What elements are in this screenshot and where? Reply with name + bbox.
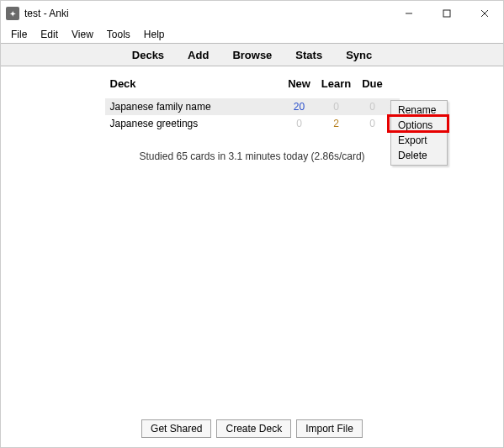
deck-learn-count: 2 [333,118,339,129]
tab-add[interactable]: Add [176,49,220,61]
ctx-options[interactable]: Options [393,118,445,133]
menu-help[interactable]: Help [137,28,172,41]
deck-table-header: Deck New Learn Due [105,76,400,98]
col-header-deck: Deck [105,77,282,90]
svg-rect-1 [443,10,450,17]
tab-sync[interactable]: Sync [334,49,384,61]
deck-new-count: 20 [294,101,305,113]
menu-file[interactable]: File [4,28,34,41]
deck-learn-count: 0 [333,101,339,113]
deck-context-menu: Rename Options Export Delete [390,100,448,166]
col-header-learn: Learn [317,77,356,90]
maximize-button[interactable] [427,1,465,26]
create-deck-button[interactable]: Create Deck [216,419,291,438]
deck-link[interactable]: Japanese family name [110,101,211,113]
minimize-button[interactable] [390,1,427,26]
get-shared-button[interactable]: Get Shared [141,419,211,438]
window-title: test - Anki [24,8,69,19]
menu-view[interactable]: View [65,28,100,41]
ctx-delete[interactable]: Delete [393,148,445,163]
col-header-due: Due [356,77,390,90]
import-file-button[interactable]: Import File [296,419,363,438]
deck-due-count: 0 [369,118,375,129]
menu-tools[interactable]: Tools [100,28,137,41]
deck-table: Deck New Learn Due Japanese family name … [105,76,400,132]
tab-browse[interactable]: Browse [220,49,284,61]
tab-decks[interactable]: Decks [120,49,176,61]
col-header-new: New [282,77,317,90]
titlebar: ✦ test - Anki [1,1,503,26]
menu-edit[interactable]: Edit [34,28,65,41]
footer: Get Shared Create Deck Import File [1,410,503,447]
deck-new-count: 0 [296,118,302,129]
ctx-export[interactable]: Export [393,133,445,148]
deck-row[interactable]: Japanese greetings 0 2 0 ✲ [105,115,400,132]
close-button[interactable] [465,1,503,26]
ctx-rename[interactable]: Rename [393,103,445,118]
deck-due-count: 0 [369,101,375,113]
menubar: File Edit View Tools Help [1,26,503,43]
window-controls [390,1,503,26]
deck-row[interactable]: Japanese family name 20 0 0 ✲ [105,98,400,115]
app-icon: ✦ [6,7,19,20]
deck-link[interactable]: Japanese greetings [110,118,199,129]
tab-stats[interactable]: Stats [284,49,334,61]
toolbar: Decks Add Browse Stats Sync [1,43,503,66]
